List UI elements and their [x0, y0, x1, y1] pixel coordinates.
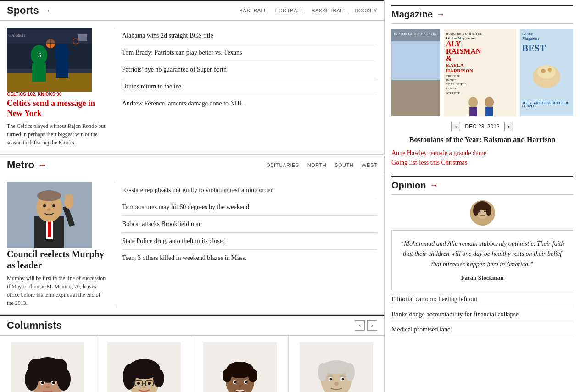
- svg-point-44: [46, 386, 50, 388]
- metro-nav-north[interactable]: NORTH: [307, 162, 326, 168]
- metro-nav-south[interactable]: SOUTH: [335, 162, 353, 168]
- magazine-title: Magazine: [391, 9, 433, 20]
- metro-nav-obituaries[interactable]: OBITUARIES: [266, 162, 299, 168]
- magazine-cover-1[interactable]: BOSTON GLOBE MAGAZINE: [391, 29, 440, 116]
- columnists-next-button[interactable]: ›: [367, 320, 377, 331]
- svg-line-26: [66, 195, 67, 198]
- svg-point-43: [52, 381, 55, 384]
- columnist-avatar-0: [11, 342, 84, 392]
- svg-line-27: [68, 194, 68, 197]
- main-column: Sports → BASEBALL FOOTBALL BASKETBALL HO…: [0, 0, 385, 392]
- sports-story-body: The Celtics played without Rajon Rondo b…: [7, 122, 108, 147]
- svg-point-105: [479, 210, 480, 212]
- metro-link-4[interactable]: Teen, 3 others killed in weekend blazes …: [122, 250, 377, 266]
- svg-point-103: [473, 205, 479, 216]
- metro-image: [7, 182, 92, 248]
- svg-point-104: [486, 205, 491, 216]
- opinion-title: Opinion: [391, 180, 426, 191]
- svg-rect-2: [7, 73, 92, 92]
- svg-point-80: [346, 363, 355, 381]
- svg-point-79: [318, 363, 327, 381]
- sports-arrow-icon[interactable]: →: [43, 6, 51, 16]
- metro-link-2[interactable]: Bobcat attacks Brookfield man: [122, 216, 377, 233]
- magazine-link-1[interactable]: Going list-less this Christmas: [391, 159, 573, 166]
- svg-point-68: [248, 369, 257, 382]
- metro-links: Ex-state rep pleads not guilty to violat…: [115, 182, 377, 307]
- sports-nav-baseball[interactable]: BASEBALL: [239, 8, 267, 13]
- sports-links: Alabama wins 2d straight BCS title Tom B…: [115, 28, 377, 147]
- magazine-arrow-icon[interactable]: →: [436, 10, 445, 19]
- svg-point-106: [484, 210, 486, 212]
- metro-content: Council reelects Murphy as leader Murphy…: [0, 175, 384, 315]
- metro-nav-west[interactable]: WEST: [362, 162, 377, 168]
- magazine-header: Magazine →: [391, 5, 573, 24]
- sports-link-0[interactable]: Alabama wins 2d straight BCS title: [122, 28, 377, 44]
- magazine-prev-button[interactable]: ‹: [451, 122, 460, 131]
- svg-point-50: [123, 364, 136, 390]
- svg-point-51: [153, 369, 164, 387]
- metro-story-body: Murphy will be first in the line of succ…: [7, 274, 108, 307]
- opinion-quote: “Mohammad and Alia remain stubbornly opt…: [400, 239, 564, 270]
- opinion-section: Opinion →: [391, 176, 573, 337]
- magazine-next-button[interactable]: ›: [504, 122, 513, 131]
- sports-story-headline[interactable]: Celtics send a message in New York: [7, 99, 108, 118]
- svg-point-38: [28, 359, 45, 377]
- svg-rect-7: [56, 61, 68, 78]
- opinion-links: Editorial cartoon: Feeling left out Bank…: [391, 296, 573, 337]
- opinion-link-1[interactable]: Banks dodge accountability for financial…: [391, 311, 573, 322]
- svg-point-42: [41, 381, 44, 384]
- svg-text:5: 5: [38, 52, 41, 59]
- magazine-section: Magazine → BOSTON GLOBE MA: [391, 5, 573, 166]
- svg-point-92: [468, 97, 478, 108]
- svg-line-29: [72, 195, 72, 199]
- svg-point-94: [485, 97, 494, 108]
- sports-title: Sports →: [7, 5, 51, 17]
- opinion-link-0[interactable]: Editorial cartoon: Feeling left out: [391, 296, 573, 307]
- magazine-link-0[interactable]: Anne Hawley remade a grande dame: [391, 149, 573, 157]
- opinion-arrow-icon[interactable]: →: [430, 181, 438, 190]
- svg-point-58: [148, 382, 151, 385]
- metro-main-story: Council reelects Murphy as leader Murphy…: [7, 182, 108, 307]
- sports-nav-hockey[interactable]: HOCKEY: [355, 8, 377, 13]
- magazine-covers: BOSTON GLOBE MAGAZINE Bostonians of the …: [391, 29, 573, 116]
- opinion-avatar-container: [391, 200, 573, 226]
- metro-title: Metro →: [7, 159, 46, 171]
- svg-point-22: [52, 204, 55, 207]
- columnist-avatar-3: [300, 342, 373, 392]
- sports-main-story: 5 BARR: [7, 28, 108, 147]
- opinion-avatar: [470, 200, 495, 226]
- svg-rect-87: [391, 80, 440, 116]
- sports-link-3[interactable]: Bruins return to the ice: [122, 78, 377, 95]
- metro-story-headline[interactable]: Council reelects Murphy as leader: [7, 248, 108, 271]
- right-column: Magazine → BOSTON GLOBE MA: [385, 0, 580, 392]
- columnists-title: Columnists: [7, 320, 62, 331]
- columnists-pagination: ‹ ›: [355, 320, 377, 331]
- columnists-prev-button[interactable]: ‹: [355, 320, 365, 331]
- magazine-date: DEC 23, 2012: [465, 123, 499, 130]
- opinion-link-2[interactable]: Medical promised land: [391, 326, 573, 337]
- sports-nav-football[interactable]: FOOTBALL: [275, 8, 303, 13]
- sports-link-1[interactable]: Tom Brady: Patriots can play better vs. …: [122, 44, 377, 61]
- svg-rect-95: [485, 107, 493, 116]
- svg-point-83: [329, 378, 332, 381]
- magazine-links: Anne Hawley remade a grande dame Going l…: [391, 149, 573, 166]
- sports-nav-basketball[interactable]: BASKETBALL: [312, 8, 346, 13]
- svg-rect-4: [32, 63, 46, 82]
- magazine-cover-2[interactable]: Bostonians of the Year Globe Magazine AL…: [444, 29, 516, 116]
- metro-link-1[interactable]: Temperatures may hit 60 degrees by the w…: [122, 199, 377, 216]
- svg-text:BARRETT: BARRETT: [9, 33, 26, 38]
- svg-rect-93: [469, 107, 477, 116]
- sports-link-4[interactable]: Andrew Ference laments damage done to NH…: [122, 95, 377, 112]
- sports-image: 5 BARR: [7, 28, 92, 92]
- svg-point-59: [143, 386, 145, 388]
- sports-section: Sports → BASEBALL FOOTBALL BASKETBALL HO…: [0, 0, 384, 155]
- metro-title-text: Metro: [7, 159, 34, 171]
- magazine-main-title: Bostonians of the Year: Raisman and Harr…: [391, 136, 573, 144]
- magazine-cover-3[interactable]: GlobeMagazine BEST THE YEAR'S BEST GRATE…: [520, 29, 573, 116]
- sports-content: 5 BARR: [0, 21, 384, 155]
- metro-link-0[interactable]: Ex-state rep pleads not guilty to violat…: [122, 182, 377, 199]
- sports-link-2[interactable]: Patriots' bye no guarantee of Super bert…: [122, 61, 377, 78]
- svg-point-6: [55, 44, 69, 62]
- metro-link-3[interactable]: State Police drug, auto theft units clos…: [122, 233, 377, 250]
- metro-arrow-icon[interactable]: →: [38, 160, 46, 170]
